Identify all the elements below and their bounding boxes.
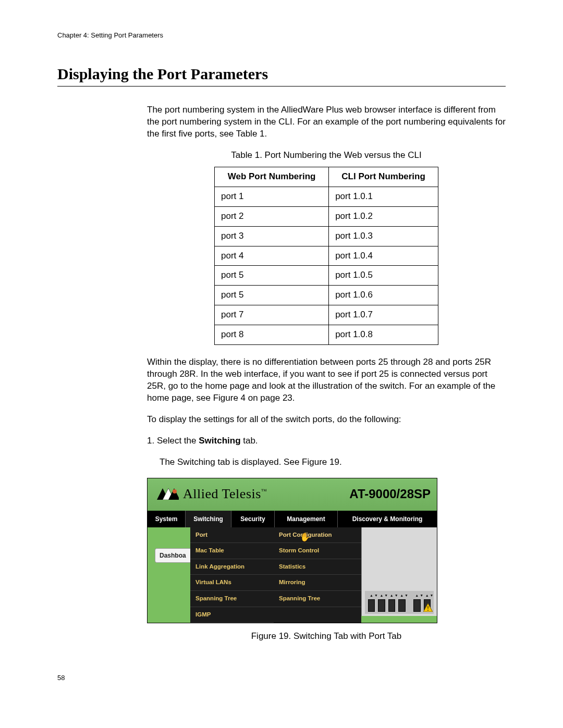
cell-cli: port 1.0.6 <box>329 286 438 305</box>
menu-item-igmp[interactable]: IGMP <box>190 607 274 623</box>
menu-item-link-aggregation[interactable]: Link Aggregation <box>190 559 274 575</box>
tab-security[interactable]: Security <box>231 511 275 527</box>
instruction-paragraph: To display the settings for all of the s… <box>147 414 506 426</box>
step-1-suffix: tab. <box>241 436 258 446</box>
table-row: port 3port 1.0.3 <box>215 226 438 246</box>
menu-item-virtual-lans[interactable]: Virtual LANs <box>190 575 274 591</box>
port-submenu: Port Configuration Storm Control Statist… <box>274 527 361 623</box>
page-number: 58 <box>57 674 506 682</box>
cell-web: port 3 <box>215 226 329 246</box>
cell-cli: port 1.0.2 <box>329 206 438 226</box>
cell-web: port 4 <box>215 246 329 266</box>
switch-web-ui: Allied Telesis™ AT-9000/28SP System Swit… <box>147 478 437 623</box>
submenu-item-storm-control[interactable]: Storm Control <box>274 543 361 559</box>
tab-system[interactable]: System <box>148 511 186 527</box>
ui-header: Allied Telesis™ AT-9000/28SP <box>148 478 437 511</box>
submenu-item-mirroring[interactable]: Mirroring <box>274 575 361 591</box>
section-rule <box>57 86 506 87</box>
table-caption: Table 1. Port Numbering the Web versus t… <box>147 150 506 162</box>
brand-name: Allied Telesis <box>183 486 261 501</box>
table-row: port 7port 1.0.7 <box>215 305 438 325</box>
port-jack <box>368 599 375 612</box>
intro-paragraph: The port numbering system in the AlliedW… <box>147 104 506 140</box>
submenu-item-spanning-tree[interactable]: Spanning Tree <box>274 591 361 607</box>
menu-item-port[interactable]: Port <box>190 527 274 544</box>
table-row: port 4port 1.0.4 <box>215 246 438 266</box>
chapter-header: Chapter 4: Setting Port Parameters <box>57 31 506 39</box>
cell-cli: port 1.0.4 <box>329 246 438 266</box>
table-row: port 5port 1.0.6 <box>215 286 438 305</box>
figure-19: Allied Telesis™ AT-9000/28SP System Swit… <box>147 478 506 643</box>
port-jack <box>388 599 395 612</box>
tab-switching[interactable]: Switching <box>186 511 231 527</box>
table-row: port 1port 1.0.1 <box>215 187 438 206</box>
table-row: port 2port 1.0.2 <box>215 206 438 226</box>
ui-body: Dashboa Port Mac Table Link Aggregation … <box>148 527 437 623</box>
cell-web: port 7 <box>215 305 329 325</box>
port-jack <box>413 599 420 612</box>
warning-icon <box>423 603 433 612</box>
table-header-web: Web Port Numbering <box>215 167 329 187</box>
paragraph-after-table: Within the display, there is no differen… <box>147 356 506 404</box>
submenu-item-statistics[interactable]: Statistics <box>274 559 361 575</box>
sidebar: Dashboa <box>155 527 190 563</box>
step-1: 1. Select the Switching tab. <box>147 435 506 447</box>
port-jack <box>398 599 405 612</box>
port-jack <box>378 599 385 612</box>
step-1-bold: Switching <box>199 436 240 446</box>
step-1-result: The Switching tab is displayed. See Figu… <box>160 456 506 468</box>
cell-cli: port 1.0.1 <box>329 187 438 206</box>
device-model: AT-9000/28SP <box>349 486 431 502</box>
dropdown-menus: Port Mac Table Link Aggregation Virtual … <box>190 527 361 623</box>
cell-cli: port 1.0.3 <box>329 226 438 246</box>
svg-point-3 <box>173 489 177 493</box>
menu-item-mac-table[interactable]: Mac Table <box>190 543 274 559</box>
cell-web: port 2 <box>215 206 329 226</box>
brand-trademark: ™ <box>261 488 267 495</box>
menu-item-spanning-tree[interactable]: Spanning Tree <box>190 591 274 607</box>
table-row: port 5port 1.0.5 <box>215 266 438 286</box>
cell-web: port 5 <box>215 286 329 305</box>
cell-web: port 8 <box>215 325 329 345</box>
tab-management[interactable]: Management <box>275 511 338 527</box>
submenu-item-port-configuration[interactable]: Port Configuration <box>274 527 361 544</box>
brand-text: Allied Telesis™ <box>183 485 267 503</box>
cell-cli: port 1.0.7 <box>329 305 438 325</box>
brand-logo-icon <box>157 488 179 500</box>
dashboard-tab[interactable]: Dashboa <box>155 548 190 563</box>
cell-cli: port 1.0.5 <box>329 266 438 286</box>
cell-cli: port 1.0.8 <box>329 325 438 345</box>
cell-web: port 1 <box>215 187 329 206</box>
table-header-cli: CLI Port Numbering <box>329 167 438 187</box>
table-row: port 8port 1.0.8 <box>215 325 438 345</box>
main-tabs: System Switching Security Management Dis… <box>148 511 437 527</box>
tab-discovery-monitoring[interactable]: Discovery & Monitoring <box>338 511 437 527</box>
section-title: Displaying the Port Parameters <box>57 65 506 83</box>
content-area <box>361 527 437 616</box>
port-numbering-table: Web Port Numbering CLI Port Numbering po… <box>214 167 438 345</box>
svg-rect-6 <box>427 610 429 611</box>
step-1-prefix: 1. Select the <box>147 436 199 446</box>
switching-menu: Port Mac Table Link Aggregation Virtual … <box>190 527 274 623</box>
svg-rect-5 <box>427 606 429 609</box>
cell-web: port 5 <box>215 266 329 286</box>
brand: Allied Telesis™ <box>157 485 267 503</box>
figure-caption: Figure 19. Switching Tab with Port Tab <box>147 631 506 643</box>
